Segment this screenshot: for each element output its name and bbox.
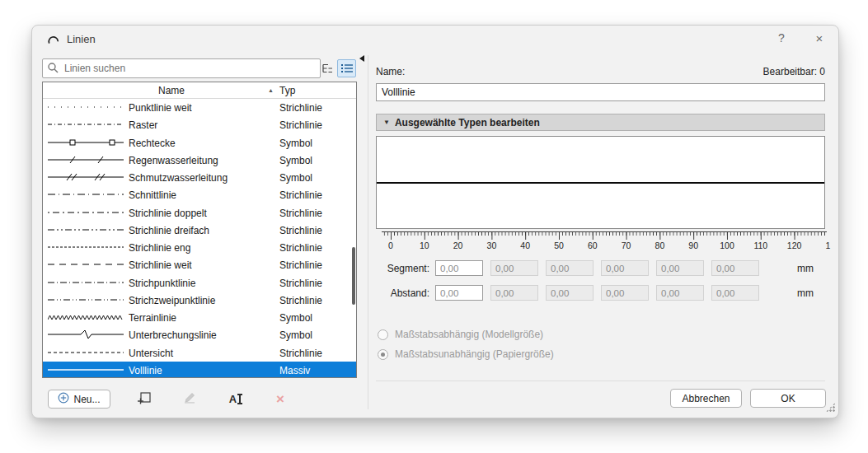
- rename-button[interactable]: [178, 390, 201, 409]
- line-type: Strichlinie: [279, 225, 322, 236]
- list-item-volllinie[interactable]: VolllinieMassiv: [43, 362, 356, 378]
- list-header[interactable]: Name ▲ Typ: [43, 82, 356, 99]
- delete-button[interactable]: ×: [269, 390, 292, 409]
- line-pattern-icon: [48, 295, 124, 305]
- line-type: Strichlinie: [279, 348, 322, 359]
- list-item-strichpunktlinie[interactable]: StrichpunktlinieStrichlinie: [43, 274, 356, 292]
- ruler-label: 110: [753, 241, 767, 250]
- line-type: Strichlinie: [279, 242, 322, 254]
- radio-icon: [378, 349, 388, 360]
- line-pattern-icon: [48, 208, 124, 217]
- line-name: Punktlinie weit: [129, 102, 192, 114]
- list-item-untersicht[interactable]: UntersichtStrichlinie: [43, 344, 356, 362]
- radio-label: Maßstabsunabhängig (Papiergröße): [395, 348, 554, 360]
- segment-field-2[interactable]: [490, 260, 538, 276]
- radio-paper-size[interactable]: Maßstabsunabhängig (Papiergröße): [378, 348, 554, 360]
- line-name: Terrainlinie: [129, 312, 176, 324]
- line-name: Raster: [129, 119, 157, 131]
- help-button[interactable]: ?: [772, 31, 791, 44]
- cancel-button[interactable]: Abbrechen: [670, 389, 742, 408]
- line-name: Strichlinie eng: [129, 242, 190, 254]
- line-pattern-icon: [48, 155, 124, 165]
- edit-selected-types-header[interactable]: ▼ Ausgewählte Typen bearbeiten: [376, 114, 825, 131]
- line-list-body: Punktlinie weitStrichlinieRasterStrichli…: [43, 99, 356, 378]
- abstand-field-3[interactable]: [546, 285, 594, 301]
- duplicate-icon: [137, 391, 152, 408]
- list-item-schnittlinie[interactable]: SchnittlinieStrichlinie: [43, 186, 356, 203]
- list-scrollbar-thumb[interactable]: [352, 247, 355, 305]
- titlebar[interactable]: Linien ? ×: [32, 26, 838, 54]
- collapse-panel-arrow-icon[interactable]: [359, 55, 364, 62]
- new-button-label: Neu...: [73, 394, 100, 405]
- line-type: Strichlinie: [279, 119, 322, 131]
- plus-circle-icon: [58, 392, 69, 406]
- list-item-regenwasserleitung[interactable]: RegenwasserleitungSymbol: [43, 152, 356, 169]
- letter-a-icon: A: [229, 393, 237, 405]
- ok-button[interactable]: OK: [750, 389, 826, 408]
- line-pattern-icon: [48, 119, 124, 129]
- abstand-unit-label: mm: [797, 287, 814, 299]
- line-pattern-icon: [48, 102, 124, 112]
- abstand-field-6[interactable]: [711, 285, 759, 301]
- ruler-ticks: [382, 231, 827, 240]
- line-name: Volllinie: [129, 365, 162, 376]
- line-type: Strichlinie: [279, 189, 322, 201]
- segment-label: Segment:: [376, 263, 429, 274]
- segment-field-6[interactable]: [711, 260, 759, 276]
- new-button[interactable]: Neu...: [48, 390, 110, 409]
- line-type: Symbol: [279, 329, 312, 341]
- duplicate-button[interactable]: [133, 390, 156, 409]
- line-type: Massiv: [279, 365, 310, 376]
- list-item-strichlinie-dreifach[interactable]: Strichlinie dreifachStrichlinie: [43, 222, 356, 239]
- column-header-typ[interactable]: Typ: [279, 85, 295, 96]
- search-icon: [47, 62, 59, 74]
- segment-field-3[interactable]: [546, 260, 594, 276]
- line-type: Symbol: [279, 312, 312, 324]
- ruler-label: 70: [622, 241, 631, 250]
- close-button[interactable]: ×: [810, 31, 828, 45]
- abstand-field-1[interactable]: [435, 285, 483, 301]
- list-item-raster[interactable]: RasterStrichlinie: [43, 116, 356, 133]
- list-view-button[interactable]: [337, 59, 356, 77]
- list-item-strichlinie-eng[interactable]: Strichlinie engStrichlinie: [43, 239, 356, 256]
- segment-field-4[interactable]: [601, 260, 649, 276]
- line-pattern-icon: [48, 189, 124, 199]
- scale-radio-group: Maßstabsabhängig (Modellgröße)Maßstabsun…: [378, 329, 554, 360]
- line-pattern-icon: [48, 242, 124, 252]
- abstand-field-5[interactable]: [656, 285, 704, 301]
- abstand-label: Abstand:: [376, 287, 429, 299]
- abstand-field-4[interactable]: [601, 285, 649, 301]
- name-input[interactable]: [376, 83, 825, 101]
- list-item-rechtecke[interactable]: RechteckeSymbol: [43, 134, 356, 152]
- list-item-schmutzwasserleitung[interactable]: SchmutzwasserleitungSymbol: [43, 169, 356, 186]
- list-item-strichlinie-doppelt[interactable]: Strichlinie doppeltStrichlinie: [43, 204, 356, 222]
- delete-x-icon: ×: [276, 392, 284, 406]
- radio-model-size[interactable]: Maßstabsabhängig (Modellgröße): [378, 329, 554, 340]
- pencil-icon: [183, 391, 197, 407]
- text-cursor-icon: [239, 394, 241, 404]
- line-name: Strichlinie weit: [129, 259, 192, 271]
- tree-view-button[interactable]: [320, 59, 335, 77]
- search-box: [42, 58, 321, 78]
- line-preview-area: [376, 136, 825, 229]
- radio-label: Maßstabsabhängig (Modellgröße): [395, 329, 543, 340]
- list-item-terrainlinie[interactable]: TerrainlinieSymbol: [43, 309, 356, 326]
- ruler-label: 20: [453, 241, 463, 250]
- line-type: Strichlinie: [279, 295, 322, 306]
- list-item-strichzweipunktlinie[interactable]: StrichzweipunktlinieStrichlinie: [43, 292, 356, 309]
- segment-field-5[interactable]: [656, 260, 704, 276]
- archicad-logo-icon: [47, 33, 60, 46]
- list-item-unterbrechungslinie[interactable]: UnterbrechungslinieSymbol: [43, 326, 356, 343]
- segment-field-1[interactable]: [435, 260, 483, 276]
- line-name: Schmutzwasserleitung: [129, 172, 228, 184]
- resize-grip[interactable]: [826, 403, 835, 412]
- abstand-field-2[interactable]: [490, 285, 538, 301]
- column-header-name[interactable]: Name: [158, 85, 185, 96]
- editable-count-label: Bearbeitbar: 0: [376, 66, 825, 77]
- edit-text-button[interactable]: A: [223, 390, 246, 409]
- list-item-strichlinie-weit[interactable]: Strichlinie weitStrichlinie: [43, 256, 356, 273]
- search-input[interactable]: [42, 58, 321, 78]
- ruler-label: 50: [554, 241, 564, 250]
- line-pattern-icon: [48, 225, 124, 235]
- list-item-punktlinie-weit[interactable]: Punktlinie weitStrichlinie: [43, 99, 356, 116]
